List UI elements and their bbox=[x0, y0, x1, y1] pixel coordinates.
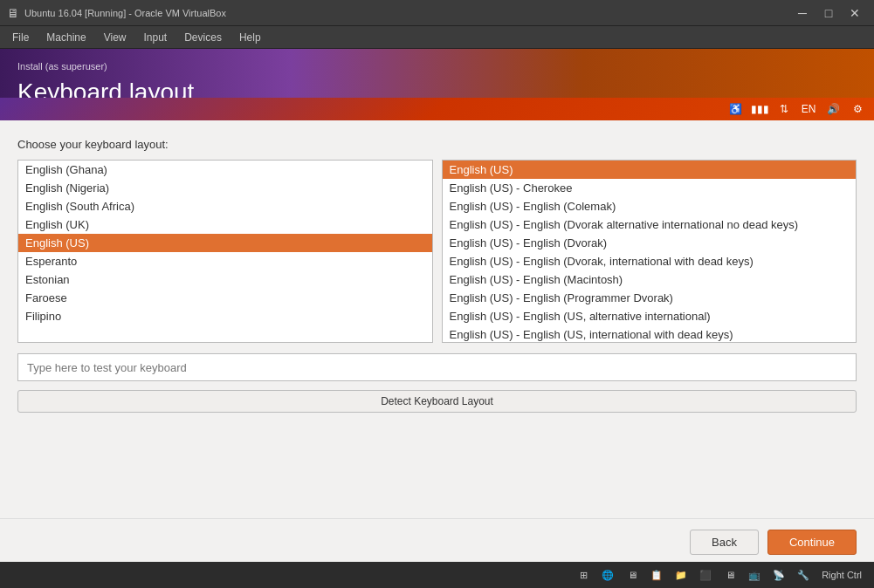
taskbar-item-10[interactable]: 🔧 bbox=[792, 564, 815, 585]
variant-list[interactable]: English (US) English (US) - Cherokee Eng… bbox=[442, 160, 857, 343]
titlebar: 🖥 Ubuntu 16.04 [Running] - Oracle VM Vir… bbox=[0, 0, 874, 26]
detect-keyboard-button[interactable]: Detect Keyboard Layout bbox=[17, 390, 857, 413]
list-item[interactable]: English (UK) bbox=[18, 215, 432, 234]
variant-list-item-english-us[interactable]: English (US) bbox=[443, 161, 857, 179]
menu-devices[interactable]: Devices bbox=[175, 30, 231, 45]
battery-icon[interactable]: ▮▮▮ bbox=[750, 99, 769, 119]
list-item[interactable]: English (US) - English (Dvorak) bbox=[443, 234, 857, 252]
taskbar-item-6[interactable]: ⬛ bbox=[694, 564, 717, 585]
lists-container: English (Ghana) English (Nigeria) Englis… bbox=[17, 160, 857, 343]
list-item[interactable]: English (Ghana) bbox=[18, 161, 432, 179]
menu-view[interactable]: View bbox=[95, 30, 135, 45]
back-button[interactable]: Back bbox=[690, 530, 759, 555]
list-item[interactable]: Estonian bbox=[18, 270, 432, 289]
titlebar-icon: 🖥 bbox=[7, 6, 19, 20]
keyboard-test-input[interactable] bbox=[17, 353, 857, 381]
system-tray: ♿ ▮▮▮ ⇅ EN 🔊 ⚙ bbox=[0, 98, 874, 120]
list-item[interactable]: English (US) - English (Dvorak, internat… bbox=[443, 252, 857, 270]
list-item[interactable]: English (US) - Cherokee bbox=[443, 179, 857, 197]
menu-machine[interactable]: Machine bbox=[38, 30, 94, 45]
list-item[interactable]: English (US) - English (Macintosh) bbox=[443, 270, 857, 289]
taskbar-item-1[interactable]: ⊞ bbox=[572, 564, 595, 585]
list-item[interactable]: Filipino bbox=[18, 307, 432, 325]
settings-icon[interactable]: ⚙ bbox=[848, 99, 867, 119]
menu-input[interactable]: Input bbox=[135, 30, 176, 45]
taskbar: ⊞ 🌐 🖥 📋 📁 ⬛ 🖥 📺 📡 🔧 Right Ctrl bbox=[0, 562, 874, 588]
taskbar-item-5[interactable]: 📁 bbox=[670, 564, 692, 585]
maximize-button[interactable]: □ bbox=[816, 3, 841, 23]
menu-file[interactable]: File bbox=[3, 30, 38, 45]
nav-buttons: Back Continue bbox=[17, 530, 857, 555]
superuser-label: Install (as superuser) bbox=[17, 61, 857, 72]
layout-list[interactable]: English (Ghana) English (Nigeria) Englis… bbox=[17, 160, 433, 343]
minimize-button[interactable]: ─ bbox=[790, 3, 815, 23]
taskbar-item-2[interactable]: 🌐 bbox=[596, 564, 619, 585]
list-item[interactable]: Faroese bbox=[18, 289, 432, 307]
titlebar-title: Ubuntu 16.04 [Running] - Oracle VM Virtu… bbox=[24, 8, 790, 18]
taskbar-item-9[interactable]: 📡 bbox=[767, 564, 790, 585]
list-item[interactable]: English (US) - English (Dvorak alternati… bbox=[443, 215, 857, 234]
choose-label: Choose your keyboard layout: bbox=[17, 138, 857, 151]
network-icon[interactable]: ⇅ bbox=[774, 99, 794, 119]
taskbar-item-4[interactable]: 📋 bbox=[645, 564, 668, 585]
taskbar-item-7[interactable]: 🖥 bbox=[719, 564, 741, 585]
volume-icon[interactable]: 🔊 bbox=[823, 99, 843, 119]
vm-window: ♿ ▮▮▮ ⇅ EN 🔊 ⚙ Install (as superuser) Ke… bbox=[0, 49, 874, 588]
list-item[interactable]: English (South Africa) bbox=[18, 197, 432, 215]
titlebar-controls: ─ □ ✕ bbox=[790, 3, 867, 23]
list-item[interactable]: English (US) - English (Colemak) bbox=[443, 197, 857, 215]
right-ctrl-label: Right Ctrl bbox=[816, 570, 867, 580]
menu-help[interactable]: Help bbox=[231, 30, 270, 45]
layout-list-item-english-us[interactable]: English (US) bbox=[18, 234, 432, 252]
taskbar-item-8[interactable]: 📺 bbox=[743, 564, 766, 585]
accessibility-icon[interactable]: ♿ bbox=[726, 99, 745, 119]
continue-button[interactable]: Continue bbox=[767, 530, 857, 555]
installer-content: Choose your keyboard layout: English (Gh… bbox=[0, 120, 874, 518]
close-button[interactable]: ✕ bbox=[843, 3, 867, 23]
menubar: File Machine View Input Devices Help bbox=[0, 26, 874, 49]
list-item[interactable]: Esperanto bbox=[18, 252, 432, 270]
list-item[interactable]: English (US) - English (Programmer Dvora… bbox=[443, 289, 857, 307]
list-item[interactable]: English (Nigeria) bbox=[18, 179, 432, 197]
list-item[interactable]: English (US) - English (US, internationa… bbox=[443, 325, 857, 343]
language-icon[interactable]: EN bbox=[799, 99, 818, 119]
taskbar-item-3[interactable]: 🖥 bbox=[621, 564, 643, 585]
list-item[interactable]: English (US) - English (US, alternative … bbox=[443, 307, 857, 325]
